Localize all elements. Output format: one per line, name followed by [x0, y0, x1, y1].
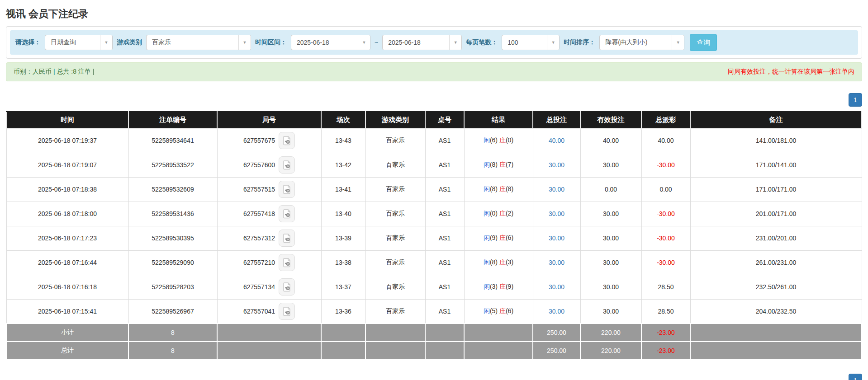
- cell-payout: -30.00: [641, 202, 690, 226]
- game-type-select[interactable]: 百家乐 ▼: [146, 35, 251, 50]
- table-row: 2025-06-18 07:17:23 522589530395 6275573…: [6, 226, 862, 250]
- cell-remark: 141.00/181.00: [690, 128, 862, 153]
- cell-round-id: 627557041: [217, 299, 321, 324]
- cell-session: 13-42: [321, 153, 365, 177]
- query-type-select[interactable]: 日期查询 ▼: [45, 35, 113, 50]
- currency-total-text: 币别：人民币 | 总共 :8 注单 |: [14, 68, 94, 76]
- video-replay-button[interactable]: [279, 303, 295, 320]
- col-remark: 备注: [690, 112, 862, 128]
- cell-round-id: 627557600: [217, 153, 321, 177]
- video-replay-button[interactable]: [279, 156, 295, 174]
- summary-bar: 币别：人民币 | 总共 :8 注单 | 同局有效投注，统一计算在该局第一张注单内: [6, 62, 862, 81]
- video-replay-button[interactable]: [279, 278, 295, 296]
- cell-result: 闲(8) 庄(8): [464, 177, 533, 202]
- date-to-value: 2025-06-18: [383, 39, 449, 46]
- pagination-page-1[interactable]: 1: [849, 374, 862, 380]
- cell-bet-id: 522589532609: [128, 177, 217, 202]
- total-valid-bet: 220.00: [580, 342, 641, 360]
- total-bet-link[interactable]: 30.00: [549, 283, 564, 291]
- round-id-text: 627557600: [243, 161, 275, 169]
- cell-result: 闲(8) 庄(3): [464, 250, 533, 275]
- total-bet-link[interactable]: 40.00: [549, 137, 564, 144]
- chevron-down-icon[interactable]: ▼: [358, 35, 370, 50]
- col-payout: 总派彩: [641, 112, 690, 128]
- page-size-select[interactable]: 100 ▼: [502, 35, 560, 50]
- filter-bar: 请选择： 日期查询 ▼ 游戏类别 百家乐 ▼ 时间区间： 2025-06-18 …: [10, 30, 858, 55]
- video-replay-button[interactable]: [279, 205, 295, 222]
- total-bet-link[interactable]: 30.00: [549, 210, 564, 217]
- total-bet-link[interactable]: 30.00: [549, 235, 564, 242]
- cell-session: 13-39: [321, 226, 365, 250]
- banker-score: (3): [506, 258, 513, 266]
- total-bet-link[interactable]: 30.00: [549, 259, 564, 266]
- total-bet-link[interactable]: 30.00: [549, 186, 564, 193]
- payout-value: -30.00: [657, 259, 675, 266]
- subtotal-count: 8: [128, 324, 217, 342]
- cell-valid-bet: 30.00: [580, 153, 641, 177]
- cell-result: 闲(3) 庄(9): [464, 275, 533, 299]
- player-label: 闲: [484, 161, 490, 168]
- chevron-down-icon[interactable]: ▼: [100, 35, 112, 50]
- cell-bet-id: 522589533522: [128, 153, 217, 177]
- cell-session: 13-41: [321, 177, 365, 202]
- cell-total-bet: 30.00: [533, 153, 580, 177]
- cell-valid-bet: 30.00: [580, 299, 641, 324]
- video-file-icon: [282, 233, 292, 243]
- total-bet-link[interactable]: 30.00: [549, 161, 564, 169]
- cell-round-id: 627557515: [217, 177, 321, 202]
- cell-valid-bet: 30.00: [580, 250, 641, 275]
- cell-table-no: AS1: [425, 128, 464, 153]
- video-replay-button[interactable]: [279, 181, 295, 198]
- cell-time: 2025-06-18 07:18:00: [6, 202, 128, 226]
- banker-label: 庄: [499, 185, 506, 192]
- video-file-icon: [282, 136, 292, 145]
- player-score: (8): [490, 161, 498, 168]
- round-id-text: 627557515: [243, 186, 275, 193]
- cell-game-type: 百家乐: [365, 299, 425, 324]
- cell-remark: 171.00/141.00: [690, 153, 862, 177]
- col-game-type: 游戏类别: [365, 112, 425, 128]
- cell-remark: 261.00/231.00: [690, 250, 862, 275]
- round-id-text: 627557041: [243, 308, 275, 315]
- banker-score: (6): [506, 307, 513, 314]
- video-replay-button[interactable]: [279, 132, 295, 149]
- chevron-down-icon[interactable]: ▼: [547, 35, 559, 50]
- payout-value: -30.00: [657, 161, 675, 169]
- search-button[interactable]: 查询: [690, 34, 717, 51]
- cell-game-type: 百家乐: [365, 128, 425, 153]
- pagination-page-1[interactable]: 1: [849, 93, 862, 107]
- cell-valid-bet: 30.00: [580, 202, 641, 226]
- cell-total-bet: 30.00: [533, 202, 580, 226]
- col-valid-bet: 有效投注: [580, 112, 641, 128]
- cell-result: 闲(0) 庄(2): [464, 202, 533, 226]
- player-score: (6): [490, 136, 498, 144]
- range-separator: ~: [375, 39, 378, 46]
- player-score: (9): [490, 234, 498, 241]
- payout-value: 0.00: [659, 186, 672, 193]
- game-type-label: 游戏类别: [117, 38, 142, 47]
- chevron-down-icon[interactable]: ▼: [672, 35, 684, 50]
- player-label: 闲: [484, 307, 490, 314]
- time-range-label: 时间区间：: [255, 38, 287, 47]
- total-bet-link[interactable]: 30.00: [549, 308, 564, 315]
- video-replay-button[interactable]: [279, 254, 295, 271]
- sort-order-select[interactable]: 降幂(由大到小) ▼: [599, 35, 684, 50]
- cell-session: 13-37: [321, 275, 365, 299]
- date-from-select[interactable]: 2025-06-18 ▼: [291, 35, 370, 50]
- round-id-text: 627557134: [243, 283, 275, 291]
- date-to-select[interactable]: 2025-06-18 ▼: [382, 35, 462, 50]
- chevron-down-icon[interactable]: ▼: [238, 35, 251, 50]
- table-row: 2025-06-18 07:18:00 522589531436 6275574…: [6, 202, 862, 226]
- sort-order-label: 时间排序：: [564, 38, 595, 47]
- cell-time: 2025-06-18 07:16:18: [6, 275, 128, 299]
- cell-total-bet: 30.00: [533, 177, 580, 202]
- sort-order-value: 降幂(由大到小): [600, 38, 672, 47]
- col-result: 结果: [464, 112, 533, 128]
- cell-table-no: AS1: [425, 275, 464, 299]
- chevron-down-icon[interactable]: ▼: [449, 35, 461, 50]
- cell-total-bet: 40.00: [533, 128, 580, 153]
- banker-label: 庄: [499, 307, 506, 314]
- cell-valid-bet: 0.00: [580, 177, 641, 202]
- video-replay-button[interactable]: [279, 230, 295, 247]
- total-row: 总计 8 250.00 220.00 -23.00: [6, 342, 862, 360]
